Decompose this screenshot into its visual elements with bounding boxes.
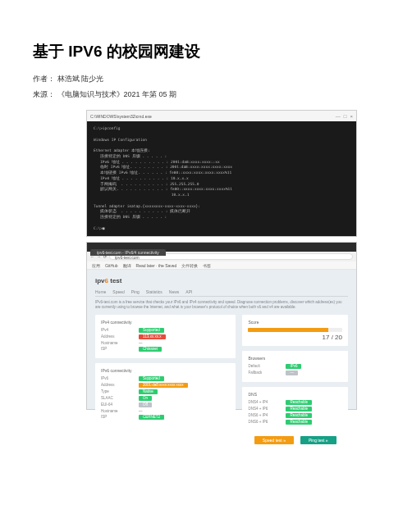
site-nav: HomeSpeedPingStatisticsNewsAPI — [95, 289, 348, 297]
terminal-line — [94, 221, 350, 226]
ipv6-row-label: EUI-64 — [101, 402, 135, 407]
logo-ip: ipv — [95, 277, 105, 284]
ipv4-panel: IPv4 connectivity IPv4SupportedAddress11… — [95, 315, 236, 358]
nav-tab[interactable]: API — [185, 289, 192, 294]
dns-row-label: DNS4 + IP6 — [248, 407, 282, 411]
dns-row-label: DNS6 + IP4 — [248, 413, 282, 417]
window-maximize-icon[interactable]: □ — [344, 114, 347, 119]
author-line: 作者： 林浩斌 陆少光 — [33, 74, 379, 84]
ipv6-row-label: Type — [101, 389, 135, 393]
nav-tab[interactable]: Ping — [131, 289, 140, 294]
dns-row: DNS4 + IP4Reachable — [248, 400, 342, 405]
ipv4-row-label: ISP — [101, 347, 135, 351]
dns-row: DNS4 + IP6Reachable — [248, 407, 342, 412]
page-content: ipv6 test HomeSpeedPingStatisticsNewsAPI… — [87, 270, 356, 409]
score-value: 17 / 20 — [248, 334, 342, 341]
ipv4-row-value: Chinanet — [139, 347, 162, 352]
ipv6-row-value: CERNET2 — [139, 415, 164, 420]
ipv4-row: Hostname— — [101, 341, 230, 345]
ipv6-row: SLAACOn — [101, 396, 230, 401]
author-label: 作者： — [33, 75, 55, 83]
ipv6-row-label: Address — [101, 383, 135, 387]
terminal-line: 本地链接 IPv6 地址. . . . . . : fe80::xxxx:xxx… — [94, 171, 350, 176]
dns-row-label: DNS4 + IP4 — [248, 400, 282, 404]
bookmark-item[interactable]: GitHub — [105, 263, 118, 268]
ipv6-row-value: On — [139, 396, 152, 401]
bookmark-item[interactable]: 翻译 — [123, 263, 131, 268]
dns-row-value: Reachable — [286, 400, 312, 405]
ipv4-row-value: Supported — [139, 328, 164, 333]
ipv4-row-label: Address — [101, 334, 135, 339]
browsers-title: Browsers — [248, 356, 342, 361]
browsers-row-value: — — [286, 371, 298, 375]
ipv6-row-label: IPv6 — [101, 376, 135, 380]
terminal-line: C:\>■ — [94, 226, 350, 232]
ipv4-row-value: 113.xx.xx.x — [139, 334, 166, 339]
site-logo: ipv6 test — [95, 275, 348, 286]
terminal-line: 临时 IPv6 地址. . . . . . . . : 2001:da8:xxx… — [94, 165, 350, 171]
ipv6-row: Hostname— — [101, 409, 230, 413]
dns-row-value: Reachable — [286, 420, 312, 425]
ipv6-row-label: ISP — [101, 415, 135, 419]
ipv4-row-value: — — [139, 341, 143, 345]
ipv6-row: Address2001:da8:xxxx:xxxx:xxxx — [101, 383, 230, 388]
ipv6-row-value: — — [139, 409, 143, 413]
browser-window: ipv6-test.com - IPv6/4 connectivity ← → … — [86, 242, 357, 410]
browsers-row: Fallback— — [248, 371, 342, 375]
ipv6-row: EUI-64Off — [101, 402, 230, 407]
ipv4-row-label: IPv4 — [101, 328, 135, 332]
bookmarks-bar: 应用GitHub翻译Read later · the Saved文件转换书签 — [87, 261, 356, 270]
ipv6-row-value: 2001:da8:xxxx:xxxx:xxxx — [139, 383, 188, 388]
window-minimize-icon[interactable]: — — [336, 114, 341, 119]
source-value: 《电脑知识与技术》2021 年第 05 期 — [57, 90, 177, 98]
terminal-line: 媒体状态 . . . . . . . . . . : 媒体已断开 — [94, 209, 350, 215]
source-label: 来源： — [33, 90, 55, 98]
author-value: 林浩斌 陆少光 — [57, 75, 104, 83]
nav-tab[interactable]: Home — [95, 289, 106, 294]
ping-test-button[interactable]: Ping test » — [300, 436, 336, 444]
ipv4-row: Address113.xx.xx.x — [101, 334, 230, 339]
terminal-title: C:\WINDOWS\system32\cmd.exe — [90, 114, 152, 119]
terminal-line: 连接特定的 DNS 后缀 . . . . . : — [94, 154, 350, 160]
ipv6-panel-title: IPv6 connectivity — [101, 368, 230, 373]
browsers-row: DefaultIPv6 — [248, 364, 342, 369]
browser-tab[interactable]: ipv6-test.com - IPv6/4 connectivity — [90, 249, 166, 256]
browsers-panel: Browsers DefaultIPv6Fallback— — [242, 351, 348, 382]
nav-tab[interactable]: Statistics — [146, 289, 163, 294]
terminal-line: 连接特定的 DNS 后缀 . . . . . : — [94, 215, 350, 221]
dns-row-value: Reachable — [286, 407, 312, 412]
terminal-line: Windows IP Configuration — [94, 138, 350, 143]
terminal-titlebar: C:\WINDOWS\system32\cmd.exe — □ × — [87, 111, 356, 121]
score-panel: Score 17 / 20 — [242, 315, 348, 346]
bookmark-item[interactable]: 应用 — [92, 263, 100, 268]
nav-tab[interactable]: News — [169, 289, 180, 294]
window-close-icon[interactable]: × — [350, 114, 353, 119]
score-bar — [248, 328, 342, 332]
intro-text: IPv6-test.com is a free service that che… — [95, 300, 348, 310]
terminal-line — [94, 143, 350, 148]
ipv6-row-label: Hostname — [101, 409, 135, 413]
speed-test-button[interactable]: Speed test » — [254, 436, 294, 444]
browser-tabs: ipv6-test.com - IPv6/4 connectivity — [87, 243, 356, 252]
bookmark-item[interactable]: Read later · the Saved — [136, 263, 177, 268]
article-title: 基于 IPV6 的校园网建设 — [33, 41, 379, 62]
ipv6-row: IPv6Supported — [101, 376, 230, 381]
terminal-window: C:\WINDOWS\system32\cmd.exe — □ × C:\>ip… — [86, 110, 357, 237]
terminal-line: Ethernet adapter 本地连接: — [94, 148, 350, 154]
ipv6-row: TypeNative — [101, 389, 230, 394]
nav-tab[interactable]: Speed — [112, 289, 124, 294]
ipv6-row: ISPCERNET2 — [101, 415, 230, 420]
terminal-line: IPv4 地址 . . . . . . . . . . : 10.x.x.x — [94, 176, 350, 182]
terminal-line — [94, 132, 350, 138]
browsers-row-label: Fallback — [248, 371, 282, 375]
dns-title: DNS — [248, 392, 342, 397]
ipv4-panel-title: IPv4 connectivity — [101, 320, 230, 325]
button-bar: Speed test » Ping test » — [242, 436, 348, 444]
dns-row-value: Reachable — [286, 413, 312, 418]
ipv4-row: IPv4Supported — [101, 328, 230, 333]
bookmark-item[interactable]: 文件转换 — [181, 263, 198, 268]
bookmark-item[interactable]: 书签 — [203, 263, 211, 268]
terminal-line: C:\>ipconfig — [94, 126, 350, 132]
terminal-body: C:\>ipconfig Windows IP Configuration Et… — [87, 121, 356, 236]
terminal-line: 10.x.x.1 — [94, 193, 350, 198]
